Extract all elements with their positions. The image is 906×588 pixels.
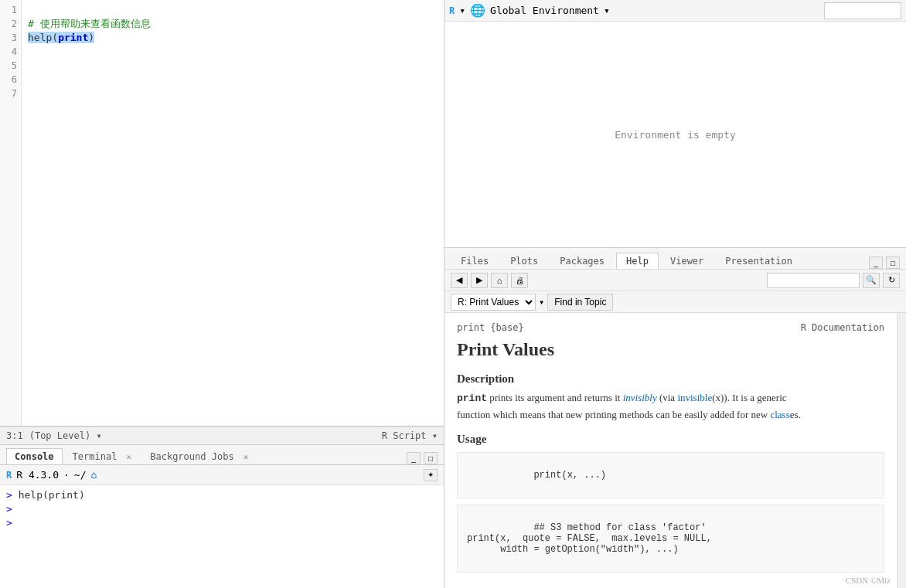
breadcrumb-dropdown-icon[interactable]: ▾	[539, 297, 544, 308]
help-package-label: print {base}	[457, 322, 524, 333]
help-back-button[interactable]: ◀	[451, 273, 468, 288]
line-num-6: 6	[0, 73, 21, 87]
tab-packages[interactable]: Packages	[550, 253, 615, 269]
left-panel: 1 2 3 4 5 6 7 # 使用帮助来查看函数信息 help(print)	[0, 0, 444, 588]
console-prompt-3: >	[6, 517, 12, 529]
env-globe-icon: 🌐	[470, 3, 485, 18]
console-toolbar: R R 4.3.0 · ~/ ⌂ ✦	[0, 465, 444, 485]
help-home-button[interactable]: ⌂	[491, 273, 508, 288]
help-usage-code-block: print(x, ...)	[457, 452, 884, 498]
console-minimize-button[interactable]: _	[407, 452, 421, 464]
help-breadcrumb-select[interactable]: R: Print Values	[451, 294, 536, 311]
code-line-5	[28, 59, 438, 73]
environment-search-input[interactable]	[824, 2, 901, 19]
help-print-button[interactable]: 🖨	[511, 273, 528, 288]
help-panel-maximize-button[interactable]: □	[886, 257, 900, 269]
help-invisibly-link[interactable]: invisibly	[623, 392, 657, 403]
console-empty-prompt: >	[6, 502, 438, 516]
code-selected: help(print)	[28, 32, 94, 43]
help-panel-minimize-button[interactable]: _	[869, 257, 883, 269]
help-scrollbar[interactable]	[897, 313, 906, 588]
help-s3-code-block: ## S3 method for class 'factor' print(x,…	[457, 505, 884, 573]
code-editor[interactable]: # 使用帮助来查看函数信息 help(print)	[22, 0, 444, 426]
help-invisible-link[interactable]: invisible	[677, 392, 712, 403]
console-tab-background-jobs[interactable]: Background Jobs ✕	[141, 448, 257, 464]
help-print-code: print	[457, 393, 487, 404]
line-num-1: 1	[0, 3, 21, 17]
help-toolbar: ◀ ▶ ⌂ 🖨 🔍 ↻	[444, 270, 906, 291]
r-language-icon: R	[6, 470, 12, 481]
help-toolbar-right: 🔍 ↻	[767, 273, 900, 288]
help-forward-button[interactable]: ▶	[471, 273, 488, 288]
terminal-tab-close-icon[interactable]: ✕	[127, 452, 132, 462]
code-line-7	[28, 87, 438, 100]
env-dropdown-arrow-2[interactable]: ▾	[604, 5, 610, 16]
console-broom-button[interactable]: ✦	[424, 469, 438, 481]
line-num-7: 7	[0, 87, 21, 100]
tab-help[interactable]: Help	[616, 253, 659, 269]
line-num-4: 4	[0, 45, 21, 59]
script-type-chevron: ▾	[432, 430, 438, 441]
background-jobs-tab-close-icon[interactable]: ✕	[244, 452, 249, 462]
editor-statusbar: 3:1 (Top Level) ▾ R Script ▾	[0, 427, 444, 445]
help-desc-text-2: (via	[657, 392, 678, 403]
script-type[interactable]: R Script ▾	[382, 430, 438, 441]
help-desc-line2-2: es.	[790, 409, 801, 420]
console-command-line: > help(print)	[6, 488, 438, 502]
editor-position-info: 3:1 (Top Level) ▾	[6, 430, 382, 441]
env-r-badge: R	[449, 5, 455, 16]
help-desc-text-3: (x)). It is a generic	[712, 392, 786, 403]
console-cursor-line: >	[6, 516, 438, 530]
level-indicator: (Top Level) ▾	[29, 430, 102, 441]
help-search-button[interactable]: 🔍	[863, 273, 880, 288]
console-tab-terminal[interactable]: Terminal ✕	[64, 448, 141, 464]
console-prompt: >	[6, 489, 19, 501]
console-tabs-bar: Console Terminal ✕ Background Jobs ✕ _ □	[0, 445, 444, 465]
tab-files[interactable]: Files	[451, 253, 499, 269]
help-usage-heading: Usage	[457, 433, 884, 446]
code-line-2: # 使用帮助来查看函数信息	[28, 17, 438, 31]
line-num-5: 5	[0, 59, 21, 73]
right-panel: R ▾ 🌐 Global Environment ▾ Environment i…	[444, 0, 906, 588]
console-tab-console[interactable]: Console	[6, 448, 63, 464]
find-in-topic-button[interactable]: Find in Topic	[547, 294, 613, 311]
env-dropdown-arrow[interactable]: ▾	[459, 5, 465, 16]
code-line-3: help(print)	[28, 31, 438, 45]
line-numbers: 1 2 3 4 5 6 7	[0, 0, 22, 426]
help-panel: Files Plots Packages Help Viewer Present…	[444, 248, 906, 588]
help-class-link[interactable]: class	[770, 409, 789, 420]
help-refresh-button[interactable]: ↻	[883, 273, 900, 288]
help-content-wrapper: print {base} R Documentation Print Value…	[444, 313, 906, 588]
console-command-text: help(print)	[19, 489, 85, 501]
help-search-input[interactable]	[767, 273, 860, 288]
environment-empty-message: Environment is empty	[444, 22, 906, 247]
help-description-text: print prints its argument and returns it…	[457, 390, 884, 423]
environment-toolbar: R ▾ 🌐 Global Environment ▾	[444, 0, 906, 22]
console-prompt-2: >	[6, 503, 12, 515]
help-desc-text-1: prints its argument and returns it	[487, 392, 623, 403]
console-controls: _ □	[407, 452, 438, 464]
tab-presentation[interactable]: Presentation	[715, 253, 802, 269]
console-area: Console Terminal ✕ Background Jobs ✕ _ □…	[0, 445, 444, 588]
watermark: CSDN ©Miz	[846, 576, 891, 585]
help-tabs-bar: Files Plots Packages Help Viewer Present…	[444, 248, 906, 270]
cursor-position: 3:1	[6, 430, 23, 441]
code-line-6	[28, 73, 438, 87]
help-page-title: Print Values	[457, 339, 884, 360]
help-r-documentation-label: R Documentation	[801, 322, 884, 333]
console-content[interactable]: > help(print) > >	[0, 485, 444, 588]
help-desc-line2-1: function which means that new printing m…	[457, 409, 770, 420]
env-label[interactable]: Global Environment	[490, 5, 599, 16]
working-dir-label: ~/	[74, 469, 87, 481]
line-num-2: 2	[0, 17, 21, 31]
code-line-1	[28, 3, 438, 17]
code-line-4	[28, 45, 438, 59]
chevron-down-icon[interactable]: ▾	[96, 430, 101, 441]
console-maximize-button[interactable]: □	[424, 452, 438, 464]
help-content[interactable]: print {base} R Documentation Print Value…	[444, 313, 897, 588]
tab-viewer[interactable]: Viewer	[660, 253, 714, 269]
line-num-3: 3	[0, 31, 21, 45]
tab-plots[interactable]: Plots	[500, 253, 548, 269]
home-link-icon[interactable]: ⌂	[91, 469, 97, 481]
help-description-heading: Description	[457, 372, 884, 386]
